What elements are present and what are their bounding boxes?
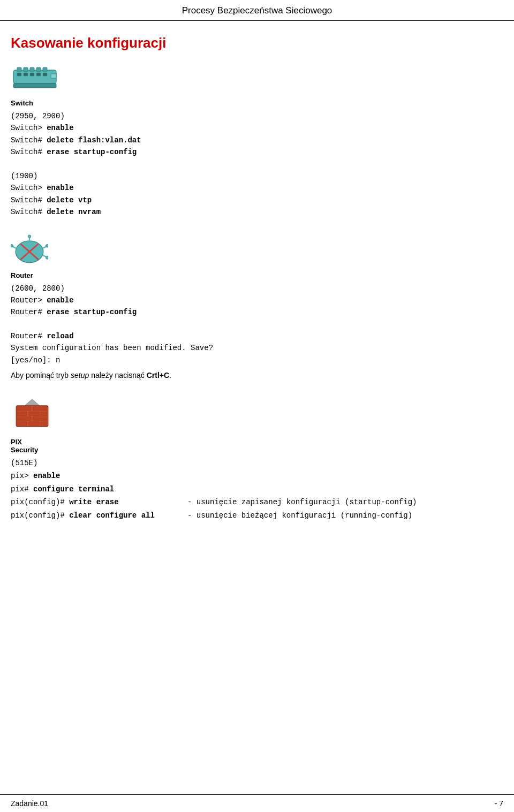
svg-point-19: [46, 244, 48, 247]
pix-label: PIX Security: [11, 438, 503, 454]
main-content: Switch (2950, 2900) Switch> enable Switc…: [0, 62, 514, 521]
footer-left: Zadanie.01: [11, 799, 48, 808]
pix-icon-container: [11, 398, 503, 435]
svg-point-23: [11, 244, 13, 247]
pix-commands: (515E) pix> enable pix# configure termin…: [11, 457, 503, 521]
pix-cmd-enable: pix> enable: [11, 470, 503, 482]
svg-rect-12: [51, 74, 56, 78]
header-title: Procesy Bezpieczeństwa Sieciowego: [182, 5, 332, 16]
switch-commands: (2950, 2900) Switch> enable Switch# dele…: [11, 110, 503, 218]
switch-icon-container: [11, 62, 503, 96]
footer-right: - 7: [495, 799, 503, 808]
svg-rect-2: [24, 67, 28, 72]
svg-rect-8: [30, 73, 34, 76]
switch-section: Switch (2950, 2900) Switch> enable Switc…: [11, 62, 503, 218]
svg-rect-32: [33, 416, 47, 420]
svg-rect-28: [17, 412, 27, 415]
svg-rect-34: [29, 422, 40, 426]
router-icon-container: [11, 234, 503, 268]
svg-rect-7: [24, 73, 28, 76]
svg-rect-29: [29, 412, 40, 415]
svg-rect-9: [36, 73, 41, 76]
svg-marker-24: [25, 399, 40, 406]
router-commands: (2600, 2800) Router> enable Router# eras…: [11, 283, 503, 367]
svg-rect-0: [13, 70, 56, 84]
svg-rect-10: [43, 73, 47, 76]
router-icon: [11, 234, 48, 267]
svg-point-17: [28, 234, 31, 238]
svg-rect-33: [17, 422, 27, 426]
pix-cmd-model: (515E): [11, 457, 503, 469]
svg-rect-4: [36, 67, 41, 72]
switch-model: (2950, 2900): [11, 112, 65, 120]
svg-rect-35: [41, 422, 47, 426]
page-footer: Zadanie.01 - 7: [0, 794, 514, 812]
pix-security-icon: [11, 398, 54, 433]
router-note: Aby pominąć tryb setup należy nacisnąć C…: [11, 369, 503, 382]
switch-icon: [11, 62, 59, 94]
svg-rect-1: [17, 67, 21, 72]
router-section: Router (2600, 2800) Router> enable Route…: [11, 234, 503, 383]
pix-cmd-clear-configure: pix(config)# clear configure all - usuni…: [11, 510, 503, 521]
svg-rect-30: [41, 412, 47, 415]
page-header: Procesy Bezpieczeństwa Sieciowego: [0, 0, 514, 21]
svg-rect-6: [17, 73, 21, 76]
svg-rect-11: [13, 84, 56, 88]
router-label: Router: [11, 271, 503, 279]
pix-cmd-write-erase: pix(config)# write erase - usunięcie zap…: [11, 496, 503, 508]
pix-cmd-configure: pix# configure terminal: [11, 483, 503, 495]
page-title: Kasowanie konfiguracji: [0, 29, 514, 62]
svg-rect-27: [33, 407, 47, 411]
svg-rect-31: [17, 416, 31, 420]
svg-rect-26: [17, 407, 31, 411]
switch-label: Switch: [11, 99, 503, 107]
pix-section: PIX Security (515E) pix> enable pix# con…: [11, 398, 503, 521]
svg-point-21: [46, 256, 48, 259]
svg-rect-5: [43, 67, 47, 72]
svg-rect-3: [30, 67, 34, 72]
